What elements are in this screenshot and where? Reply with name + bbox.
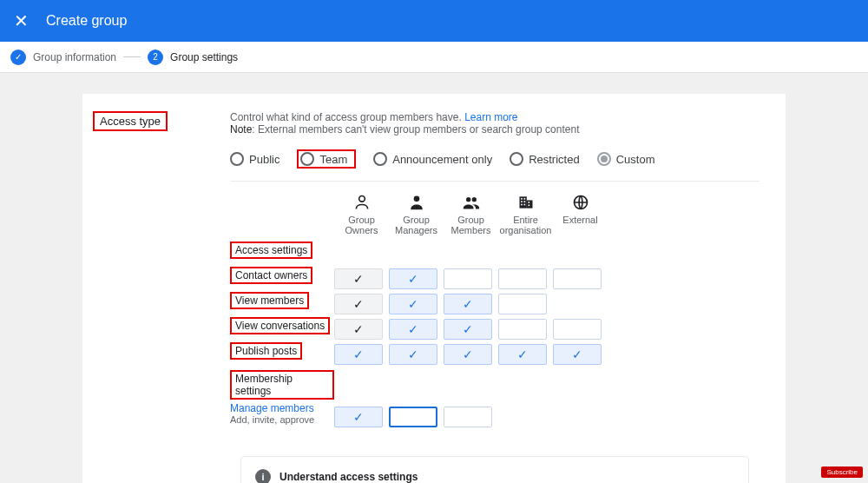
svg-rect-11 bbox=[523, 204, 525, 206]
radio-team-highlight: Team bbox=[297, 149, 356, 169]
subscribe-badge[interactable]: Subscribe bbox=[821, 466, 863, 478]
radio-team-label: Team bbox=[319, 153, 347, 166]
col-managers-label: Group Managers bbox=[389, 215, 444, 235]
cell-view-members-managers[interactable]: ✓ bbox=[389, 294, 437, 314]
access-settings-heading: Access settings bbox=[230, 242, 312, 259]
learn-more-link[interactable]: Learn more bbox=[464, 111, 517, 123]
cell-publish-members[interactable]: ✓ bbox=[444, 344, 492, 365]
row-view-conversations: View conversations bbox=[230, 317, 330, 334]
svg-point-2 bbox=[466, 197, 470, 202]
manage-members-link[interactable]: Manage members bbox=[230, 402, 334, 414]
svg-point-0 bbox=[358, 196, 365, 202]
cell-manage-owners[interactable]: ✓ bbox=[334, 407, 383, 427]
svg-rect-5 bbox=[526, 201, 532, 208]
globe-icon bbox=[572, 194, 589, 211]
step-divider bbox=[123, 56, 141, 57]
svg-rect-4 bbox=[519, 196, 526, 208]
cell-publish-managers[interactable]: ✓ bbox=[389, 344, 437, 365]
svg-rect-8 bbox=[521, 201, 523, 202]
col-members-label: Group Members bbox=[444, 215, 498, 235]
page-title: Create group bbox=[46, 13, 127, 29]
cell-manage-members[interactable] bbox=[444, 407, 492, 427]
cell-view-conv-managers[interactable]: ✓ bbox=[389, 319, 437, 340]
col-org: Entire organisation bbox=[498, 194, 553, 235]
radio-team[interactable]: Team bbox=[300, 152, 347, 166]
col-managers: Group Managers bbox=[389, 194, 444, 235]
intro-note-text: : External members can't view group memb… bbox=[252, 123, 579, 136]
intro-note-label: Note bbox=[230, 123, 252, 136]
cell-view-conv-external[interactable] bbox=[553, 319, 602, 340]
access-type-heading: Access type bbox=[93, 111, 168, 131]
cell-view-conv-org[interactable] bbox=[498, 319, 547, 340]
row-publish-cells: ✓ ✓ ✓ ✓ ✓ bbox=[334, 341, 608, 367]
cell-contact-owners-members[interactable] bbox=[444, 268, 492, 289]
close-icon[interactable]: ✕ bbox=[14, 12, 29, 30]
row-contact-owners: Contact owners bbox=[230, 267, 312, 284]
svg-rect-6 bbox=[521, 198, 523, 200]
col-owners: Group Owners bbox=[334, 194, 389, 235]
info-icon: i bbox=[255, 469, 271, 483]
row-contact-owners-cells: ✓ ✓ bbox=[334, 266, 608, 291]
radio-custom-label: Custom bbox=[616, 153, 655, 166]
app-header: ✕ Create group bbox=[0, 0, 868, 42]
svg-rect-13 bbox=[528, 205, 529, 207]
info-panel: i Understand access settings Contact own… bbox=[240, 456, 749, 483]
row-view-members: View members bbox=[230, 292, 309, 309]
cell-publish-owners[interactable]: ✓ bbox=[334, 344, 383, 365]
radio-restricted[interactable]: Restricted bbox=[510, 152, 580, 166]
radio-icon bbox=[510, 152, 523, 166]
step-1-label[interactable]: Group information bbox=[33, 51, 116, 63]
col-external-label: External bbox=[562, 215, 597, 225]
row-view-conv-cells: ✓ ✓ ✓ bbox=[334, 316, 608, 341]
intro-text-1: Control what kind of access group member… bbox=[230, 111, 464, 123]
cell-manage-managers[interactable] bbox=[389, 407, 437, 427]
cell-publish-org[interactable]: ✓ bbox=[498, 344, 547, 365]
step-check-icon: ✓ bbox=[10, 50, 26, 65]
col-external: External bbox=[553, 194, 608, 235]
radio-icon bbox=[300, 152, 314, 166]
stepper: ✓ Group information 2 Group settings bbox=[0, 42, 868, 73]
radio-announcement[interactable]: Announcement only bbox=[373, 152, 492, 166]
col-owners-label: Group Owners bbox=[334, 215, 389, 235]
radio-public[interactable]: Public bbox=[230, 152, 279, 166]
step-2-number: 2 bbox=[148, 50, 163, 65]
organisation-icon bbox=[517, 194, 535, 211]
cell-view-members-members[interactable]: ✓ bbox=[444, 294, 492, 314]
radio-restricted-label: Restricted bbox=[529, 153, 580, 166]
radio-public-label: Public bbox=[249, 153, 279, 166]
radio-icon bbox=[597, 152, 611, 166]
membership-settings-heading: Membership settings bbox=[230, 370, 334, 400]
access-intro: Control what kind of access group member… bbox=[230, 111, 760, 136]
person-outline-icon bbox=[353, 194, 371, 211]
col-members: Group Members bbox=[444, 194, 498, 235]
cell-view-conv-members[interactable]: ✓ bbox=[444, 319, 492, 340]
svg-point-3 bbox=[471, 197, 476, 202]
col-org-label: Entire organisation bbox=[498, 215, 553, 235]
people-icon bbox=[463, 194, 480, 211]
cell-publish-external[interactable]: ✓ bbox=[553, 344, 602, 365]
cell-view-members-owners[interactable]: ✓ bbox=[334, 294, 383, 314]
cell-view-conv-owners[interactable]: ✓ bbox=[334, 319, 383, 340]
svg-point-1 bbox=[413, 196, 419, 202]
svg-rect-9 bbox=[523, 201, 525, 202]
access-type-radios: Public Team Announcement only bbox=[230, 149, 760, 182]
cell-contact-owners-owners[interactable]: ✓ bbox=[334, 268, 383, 289]
cell-view-members-org[interactable] bbox=[498, 294, 547, 314]
settings-card: Access type Control what kind of access … bbox=[82, 94, 786, 483]
row-view-members-cells: ✓ ✓ ✓ bbox=[334, 291, 608, 316]
row-manage-members-cells: ✓ bbox=[334, 400, 608, 433]
radio-icon bbox=[373, 152, 387, 166]
radio-icon bbox=[230, 152, 244, 166]
step-2-label[interactable]: Group settings bbox=[170, 51, 238, 63]
svg-rect-12 bbox=[528, 202, 529, 203]
svg-rect-7 bbox=[523, 198, 525, 200]
cell-contact-owners-managers[interactable]: ✓ bbox=[389, 268, 437, 289]
radio-announcement-label: Announcement only bbox=[392, 153, 492, 166]
radio-custom[interactable]: Custom bbox=[597, 152, 655, 166]
manage-members-sub: Add, invite, approve bbox=[230, 414, 334, 425]
person-solid-icon bbox=[408, 194, 425, 211]
cell-contact-owners-external[interactable] bbox=[553, 268, 602, 289]
info-title: Understand access settings bbox=[279, 471, 418, 483]
row-publish-posts: Publish posts bbox=[230, 342, 302, 360]
cell-contact-owners-org[interactable] bbox=[498, 268, 547, 289]
